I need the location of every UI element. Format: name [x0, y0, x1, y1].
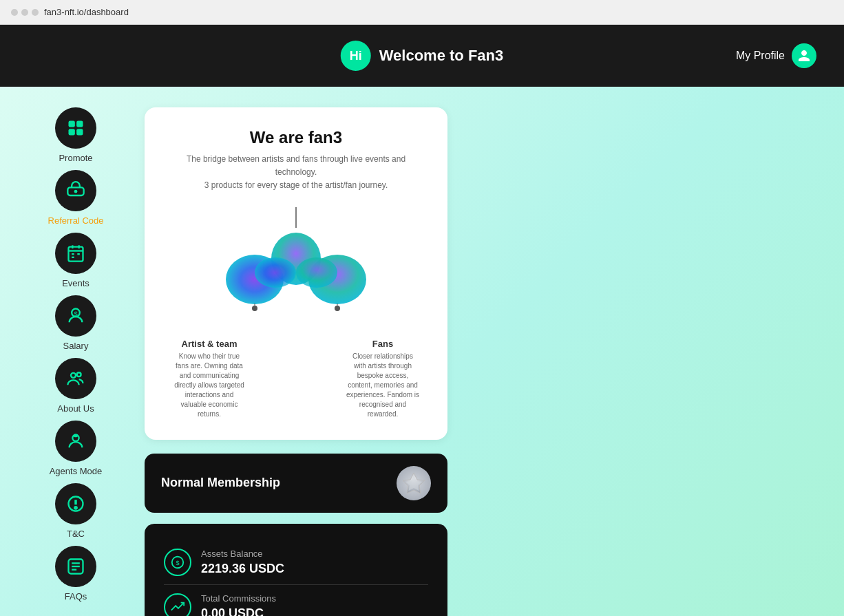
membership-badge-icon — [397, 466, 431, 500]
fan3-card: We are fan3 The bridge between artists a… — [145, 107, 447, 440]
commissions-icon — [164, 593, 191, 616]
svg-point-31 — [296, 257, 337, 288]
header-right[interactable]: My Profile — [736, 43, 816, 68]
sidebar-item-agents-mode[interactable]: Agents Mode — [41, 421, 110, 476]
svg-point-5 — [74, 190, 78, 193]
about-us-icon — [55, 358, 96, 399]
balance-icon: $ — [164, 549, 191, 576]
svg-rect-0 — [69, 121, 75, 127]
balance-value: 2219.36 USDC — [201, 562, 284, 576]
membership-banner: Normal Membership — [145, 454, 447, 513]
sidebar: Promote Referral Code — [0, 107, 138, 616]
browser-dot-1 — [11, 9, 18, 16]
referral-label: Referral Code — [48, 215, 104, 226]
content-area: We are fan3 The bridge between artists a… — [138, 107, 468, 616]
svg-text:$: $ — [176, 559, 179, 566]
browser-dot-3 — [32, 9, 39, 16]
svg-point-30 — [255, 257, 296, 288]
my-profile-label[interactable]: My Profile — [736, 50, 785, 62]
fan3-subtitle: The bridge between artists and fans thro… — [172, 153, 420, 193]
events-icon — [55, 233, 96, 274]
salary-label: Salary — [63, 341, 89, 351]
sidebar-item-events[interactable]: Events — [41, 233, 110, 288]
promote-icon — [55, 107, 96, 149]
sidebar-item-tnc[interactable]: T&C — [41, 483, 110, 539]
header: Hi Welcome to Fan3 My Profile — [0, 25, 844, 87]
svg-point-15 — [71, 373, 76, 378]
svg-rect-1 — [76, 121, 83, 127]
asset-balance-row: $ Assets Balance 2219.36 USDC — [164, 540, 428, 584]
balance-info: Assets Balance 2219.36 USDC — [201, 549, 284, 576]
fan3-title: We are fan3 — [172, 128, 420, 147]
tnc-icon — [55, 483, 96, 524]
agents-mode-label: Agents Mode — [50, 466, 103, 476]
svg-rect-2 — [69, 129, 75, 135]
artist-title: Artist & team — [172, 339, 246, 349]
header-logo: Hi — [341, 41, 371, 71]
tnc-label: T&C — [67, 529, 85, 539]
artist-desc: Know who their true fans are. Owning dat… — [172, 352, 246, 419]
balance-label: Assets Balance — [201, 549, 284, 559]
fans-desc: Closer relationships with artists throug… — [346, 352, 420, 419]
faqs-icon — [55, 546, 96, 587]
main-layout: Promote Referral Code — [0, 87, 844, 616]
commissions-row: Total Commissions 0.00 USDC — [164, 584, 428, 616]
salary-icon: $ — [55, 295, 96, 337]
promote-label: Promote — [59, 153, 92, 163]
fans-title: Fans — [346, 339, 420, 349]
membership-banner-text: Normal Membership — [161, 476, 280, 490]
fans-section: Fans Closer relationships with artists t… — [346, 339, 420, 419]
commissions-value: 0.00 USDC — [201, 606, 276, 616]
events-label: Events — [62, 278, 89, 288]
commissions-label: Total Commissions — [201, 593, 276, 604]
header-center: Hi Welcome to Fan3 — [341, 41, 504, 71]
artist-section: Artist & team Know who their true fans a… — [172, 339, 246, 419]
faqs-label: FAQs — [65, 591, 87, 602]
browser-dot-2 — [21, 9, 28, 16]
svg-point-21 — [74, 507, 77, 509]
sidebar-item-promote[interactable]: Promote — [41, 107, 110, 163]
browser-url: fan3-nft.io/dashboard — [44, 7, 129, 17]
sidebar-item-salary[interactable]: $ Salary — [41, 295, 110, 351]
svg-rect-18 — [74, 435, 78, 436]
sidebar-item-referral[interactable]: Referral Code — [41, 170, 110, 226]
referral-icon — [55, 170, 96, 211]
fan3-visual — [172, 204, 420, 328]
header-title: Welcome to Fan3 — [379, 47, 504, 65]
sidebar-item-about-us[interactable]: About Us — [41, 358, 110, 414]
about-us-label: About Us — [57, 403, 94, 414]
profile-avatar[interactable] — [792, 43, 816, 68]
svg-point-32 — [252, 306, 257, 311]
svg-rect-6 — [69, 247, 83, 262]
svg-point-33 — [335, 306, 340, 311]
sidebar-item-faqs[interactable]: FAQs — [41, 546, 110, 602]
browser-bar: fan3-nft.io/dashboard — [0, 0, 844, 25]
svg-rect-3 — [76, 129, 83, 135]
assets-card: $ Assets Balance 2219.36 USDC Total Comm… — [145, 524, 447, 616]
fan3-sections: Artist & team Know who their true fans a… — [172, 339, 420, 419]
svg-point-16 — [77, 372, 81, 376]
browser-dots — [11, 9, 39, 16]
commissions-info: Total Commissions 0.00 USDC — [201, 593, 276, 616]
agents-icon — [55, 421, 96, 462]
